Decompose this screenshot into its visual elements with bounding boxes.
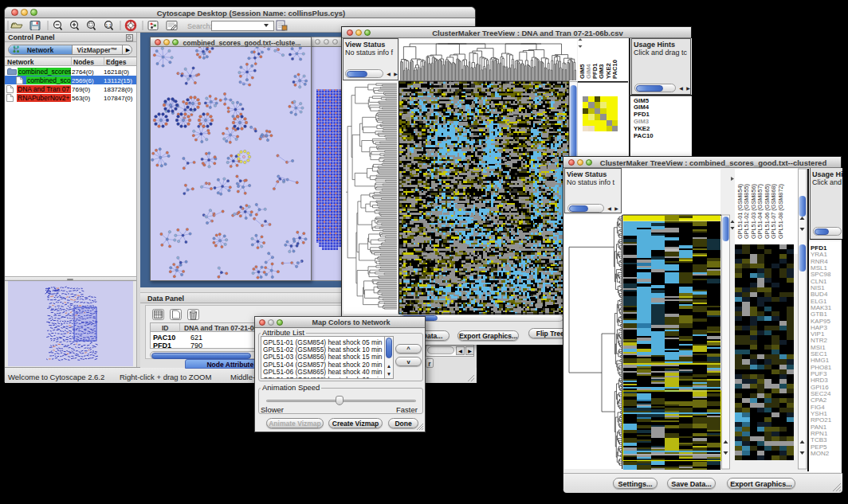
svg-text:MON2: MON2 — [811, 450, 830, 457]
svg-text:GIM4: GIM4 — [634, 104, 650, 111]
svg-text:PFD1: PFD1 — [634, 111, 650, 118]
svg-text:PAC10: PAC10 — [634, 132, 654, 139]
svg-text:GIM5: GIM5 — [634, 97, 650, 104]
svg-text:GIM3: GIM3 — [634, 118, 650, 125]
svg-text:PAC10: PAC10 — [611, 60, 618, 79]
svg-text:GPL51-08 (GSM872): GPL51-08 (GSM872) — [777, 184, 784, 239]
svg-text:YKE2: YKE2 — [634, 125, 650, 132]
